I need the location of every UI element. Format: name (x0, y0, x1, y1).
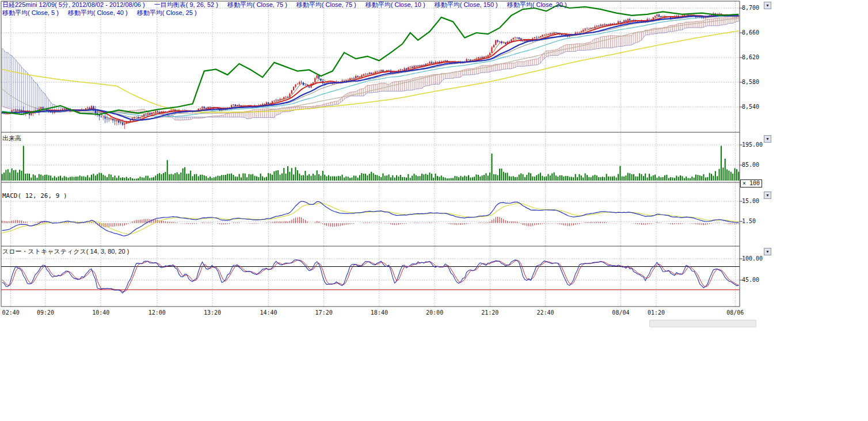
price-axis-label: 8,700 (742, 5, 759, 11)
price-axis-label: 8,660 (742, 29, 759, 36)
chart-application: 日経225mini 12/09( 5分, 2012/08/02 - 2012/0… (0, 0, 868, 421)
macd-axis-label: 1.50 (742, 218, 756, 224)
indicator-header-line2: 移動平均( Close, 5 )移動平均( Close, 40 )移動平均( C… (2, 9, 206, 17)
time-label: 21:20 (481, 309, 498, 316)
time-label: 02:40 (2, 309, 20, 316)
time-label: 08/06 (726, 309, 744, 316)
indicator-label-ma10: 移動平均( Close, 10 ) (366, 1, 425, 8)
indicator-label-ma150: 移動平均( Close, 150 ) (435, 1, 498, 8)
volume-multiplier-badge: × 100 (740, 179, 762, 187)
time-axis: 02:4009:2010:4012:0013:2014:4017:2018:40… (0, 309, 771, 317)
indicator-header-line1: 日経225mini 12/09( 5分, 2012/08/02 - 2012/0… (2, 1, 576, 9)
indicator-label-ichimoku: 一目均衡表( 9, 26, 52 ) (154, 1, 218, 8)
time-label: 20:00 (426, 309, 443, 316)
chevron-down-icon: ▼ (766, 3, 770, 7)
price-axis-label: 8,620 (742, 54, 759, 60)
time-label: 12:00 (149, 309, 166, 316)
stoch-axis-label: 100.00 (742, 255, 763, 262)
stoch-scale-dropdown-button[interactable]: ▼ (764, 248, 771, 255)
chart-title: 日経225mini 12/09( 5分, 2012/08/02 - 2012/0… (2, 1, 145, 8)
time-label: 18:40 (371, 309, 388, 316)
chevron-down-icon: ▼ (766, 193, 770, 197)
stoch-axis-label: 45.00 (742, 277, 759, 283)
time-label: 09:20 (37, 309, 54, 316)
time-label: 22:40 (537, 309, 554, 316)
stochastics-panel-label: スロー・ストキャスティクス( 14, 3, 80, 20 ) (2, 247, 129, 256)
chart-canvas[interactable] (0, 0, 868, 421)
volume-scale-dropdown-button[interactable]: ▼ (764, 135, 771, 143)
indicator-label-ma5: 移動平均( Close, 5 ) (2, 9, 59, 16)
price-axis-label: 8,580 (742, 79, 759, 85)
time-label: 14:40 (260, 309, 277, 316)
indicator-label-ma75: 移動平均( Close, 75 ) (227, 1, 287, 8)
time-label: 13:20 (204, 309, 221, 316)
indicator-label-ma75b: 移動平均( Close, 75 ) (296, 1, 356, 8)
volume-axis-label: 85.00 (742, 162, 759, 168)
volume-panel-label: 出来高 (2, 134, 21, 143)
time-label: 08/04 (612, 309, 629, 316)
price-scale-dropdown-button[interactable]: ▼ (764, 2, 771, 9)
chevron-down-icon: ▼ (766, 137, 770, 141)
macd-axis-label: 15.00 (742, 198, 759, 204)
time-label: 01:20 (648, 309, 665, 316)
indicator-label-ma40: 移動平均( Close, 40 ) (68, 9, 128, 16)
volume-axis-label: 195.00 (742, 141, 763, 148)
horizontal-scrollbar[interactable] (649, 320, 756, 327)
macd-panel-label: MACD( 12, 26, 9 ) (2, 192, 67, 200)
macd-scale-dropdown-button[interactable]: ▼ (764, 192, 771, 199)
indicator-label-ma25: 移動平均( Close, 25 ) (137, 9, 197, 16)
time-label: 17:20 (315, 309, 333, 316)
indicator-label-ma20: 移動平均( Close, 20 ) (507, 1, 567, 8)
price-axis-label: 8,540 (742, 104, 759, 110)
chevron-down-icon: ▼ (766, 250, 770, 254)
time-label: 10:40 (92, 309, 109, 316)
